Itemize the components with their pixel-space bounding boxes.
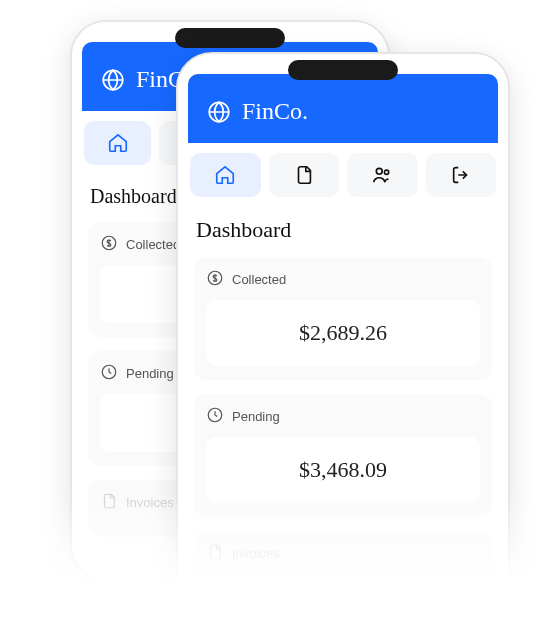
svg-point-6 <box>377 168 383 174</box>
svg-point-7 <box>385 170 389 174</box>
app-header: FinCo. <box>188 74 498 143</box>
nav-documents[interactable] <box>269 153 340 197</box>
nav-logout[interactable] <box>426 153 497 197</box>
clock-icon <box>206 406 224 427</box>
page-title: Dashboard <box>196 217 492 243</box>
card-label: Pending <box>126 366 174 381</box>
phone-notch <box>288 60 398 80</box>
card-collected: Collected $2,689.26 <box>194 257 492 380</box>
clock-icon <box>100 363 118 384</box>
content-area: Dashboard Collected $2,689.26 Pending <box>178 207 508 620</box>
dollar-icon <box>100 234 118 255</box>
card-invoices: Invoices <box>194 531 492 588</box>
app-screen: FinCo. Dashboard Col <box>178 54 508 620</box>
phone-notch <box>175 28 285 48</box>
card-value: $2,689.26 <box>206 300 480 366</box>
card-pending: Pending $3,468.09 <box>194 394 492 517</box>
phone-mockup-front: FinCo. Dashboard Col <box>176 52 510 620</box>
dollar-icon <box>206 269 224 290</box>
card-label: Invoices <box>232 546 280 561</box>
globe-icon <box>206 99 232 125</box>
globe-icon <box>100 67 126 93</box>
nav-home[interactable] <box>84 121 151 165</box>
card-value: $3,468.09 <box>206 437 480 503</box>
card-label: Collected <box>126 237 180 252</box>
nav-people[interactable] <box>347 153 418 197</box>
nav-home[interactable] <box>190 153 261 197</box>
document-icon <box>100 492 118 513</box>
brand-name: FinCo. <box>242 98 308 125</box>
card-label: Collected <box>232 272 286 287</box>
nav-bar <box>178 143 508 207</box>
card-label: Invoices <box>126 495 174 510</box>
card-label: Pending <box>232 409 280 424</box>
document-icon <box>206 543 224 564</box>
